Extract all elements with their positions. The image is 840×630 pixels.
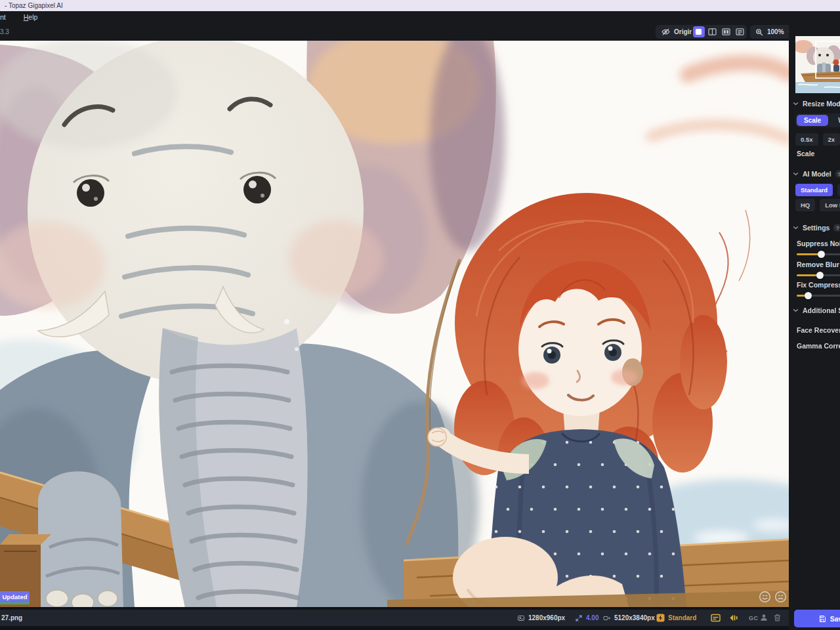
model-status-badge[interactable]: Standard: [656, 610, 696, 626]
slider-handle[interactable]: [818, 251, 825, 258]
window-title: - Topaz Gigapixel AI: [0, 0, 840, 11]
view-single-button[interactable]: [693, 26, 705, 37]
additional-settings-header[interactable]: Additional Settings: [793, 306, 840, 314]
ai-model-header[interactable]: AI Model ?: [793, 170, 840, 178]
version-fragment: 3.3: [0, 28, 9, 35]
lightning-icon: [656, 614, 665, 622]
model-lines-button[interactable]: Lines: [837, 184, 840, 196]
model-standard-button[interactable]: Standard: [795, 184, 833, 196]
view-split-icon: [708, 28, 717, 35]
person-icon[interactable]: [759, 613, 768, 622]
compare-view-icon[interactable]: [729, 613, 739, 623]
view-split-button[interactable]: [707, 26, 719, 37]
scale-presets: 0.5x 2x 4x: [795, 133, 840, 146]
chevron-down-icon: [793, 308, 799, 312]
ai-model-row-1: Standard Lines: [795, 184, 840, 196]
view-comparison-button[interactable]: [734, 26, 746, 37]
menu-item-help[interactable]: Help: [24, 11, 38, 23]
ai-model-row-2: HQ Low Res: [795, 199, 840, 211]
save-disk-icon: [818, 615, 826, 623]
canvas-image: [0, 41, 789, 607]
suppress-noise-slider[interactable]: [797, 250, 840, 258]
zoom-in-icon: [755, 28, 763, 36]
segment-scale[interactable]: Scale: [797, 115, 828, 126]
image-icon: [517, 614, 525, 622]
status-bar: 27.png 840x630px 4.00 5120x3840px Stand…: [0, 607, 840, 630]
settings-help-icon[interactable]: ?: [833, 224, 840, 232]
save-area: Save: [789, 607, 840, 630]
chevron-down-icon: [793, 226, 799, 230]
resize-mode-header[interactable]: Resize Mode ?: [793, 100, 840, 108]
view-mode-group: [692, 25, 747, 39]
settings-title: Settings: [803, 224, 830, 232]
preset-2x-button[interactable]: 2x: [823, 133, 840, 146]
sad-face-icon[interactable]: [774, 591, 787, 603]
fix-compression-slider[interactable]: [797, 291, 840, 299]
panel-icon[interactable]: [711, 614, 721, 622]
menu-item-fragment[interactable]: nt: [0, 11, 6, 23]
scale-factor: 4.00: [575, 610, 598, 626]
view-single-icon: [695, 28, 702, 35]
ai-model-title: AI Model: [803, 170, 831, 178]
segment-width[interactable]: Width: [831, 115, 840, 126]
scale-label: Scale: [797, 150, 814, 158]
app-window: { "window": { "title": "- Topaz Gigapixe…: [0, 0, 840, 630]
slider-handle[interactable]: [816, 272, 824, 279]
save-button[interactable]: Save: [794, 610, 840, 627]
gc-indicator: GC: [749, 610, 759, 626]
status-strip: 27.png 840x630px 4.00 5120x3840px Stand…: [0, 610, 789, 626]
happy-face-icon[interactable]: [759, 591, 771, 603]
eye-off-icon: [662, 28, 670, 36]
chevron-down-icon: [793, 102, 799, 106]
face-recovery-label: Face Recovery: [797, 326, 840, 334]
toolbar: 3.3 Original 100%: [0, 23, 789, 41]
chevron-down-icon: [793, 172, 799, 176]
preset-0-5x-button[interactable]: 0.5x: [795, 133, 818, 146]
filename: 27.png: [1, 610, 22, 626]
zoom-value: 100%: [767, 28, 784, 35]
scale-arrows-icon: [575, 614, 583, 622]
right-panel: Resize Mode ? Scale Width 0.5x 2x 4x Sca…: [789, 23, 840, 607]
feedback-buttons: [759, 591, 787, 603]
navigation-thumbnail[interactable]: [795, 36, 840, 93]
output-size: 5120x3840px: [602, 610, 655, 626]
suppress-noise-label: Suppress Noise: [797, 240, 840, 247]
remove-blur-slider[interactable]: [797, 271, 840, 279]
input-size: 840x630px: [517, 610, 565, 626]
remove-blur-label: Remove Blur: [797, 261, 839, 268]
view-side-by-side-button[interactable]: [721, 26, 732, 37]
resize-mode-title: Resize Mode: [803, 100, 840, 108]
menu-bar: ntHelp: [0, 11, 840, 23]
model-hq-button[interactable]: HQ: [795, 199, 815, 211]
resize-mode-segmented-control: Scale Width: [795, 114, 840, 127]
trash-icon[interactable]: [773, 613, 782, 622]
view-comparison-icon: [736, 28, 744, 35]
gamma-correction-label: Gamma Correction: [797, 342, 840, 350]
export-size-icon: [602, 614, 611, 622]
updated-badge: Updated: [0, 591, 30, 604]
additional-settings-title: Additional Settings: [803, 306, 840, 314]
fix-compression-label: Fix Compression: [797, 281, 840, 289]
settings-header[interactable]: Settings ?: [793, 224, 840, 232]
view-side-by-side-icon: [722, 28, 730, 35]
slider-handle[interactable]: [805, 292, 812, 299]
ai-model-help-icon[interactable]: ?: [835, 170, 840, 178]
model-low-res-button[interactable]: Low Res: [820, 199, 840, 211]
image-canvas[interactable]: Updated: [0, 41, 789, 607]
